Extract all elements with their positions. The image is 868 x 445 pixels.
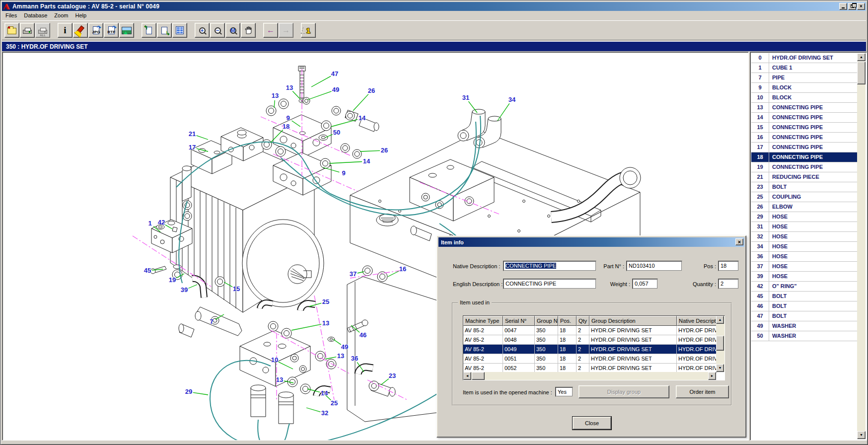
parts-list-row[interactable]: 32HOSE <box>751 232 857 242</box>
diagram-callout-46[interactable]: 46 <box>360 331 366 339</box>
diagram-callout-9[interactable]: 9 <box>342 169 345 177</box>
diagram-callout-50[interactable]: 50 <box>333 129 340 136</box>
parts-list-row[interactable]: 7PIPE <box>751 73 857 83</box>
restore-button[interactable] <box>848 3 856 10</box>
table-scroll-down-icon[interactable]: ▼ <box>716 364 724 372</box>
diagram-callout-7[interactable]: 7 <box>210 318 213 325</box>
used-in-row[interactable]: AV 85-20049350182HYDR.OF DRIVING SETHYDR… <box>463 345 724 354</box>
image-view-button[interactable] <box>119 23 134 38</box>
diagram-callout-26[interactable]: 26 <box>368 87 375 94</box>
column-header[interactable]: Qty <box>577 316 589 326</box>
diagram-callout-37[interactable]: 37 <box>350 270 357 278</box>
diagram-callout-17[interactable]: 17 <box>189 144 196 151</box>
parts-list-row[interactable]: 14CONNECTING PIPE <box>751 113 857 123</box>
print-button[interactable] <box>20 23 35 38</box>
diagram-callout-25[interactable]: 25 <box>322 298 329 305</box>
serial-one-button[interactable]: 1 <box>301 23 316 38</box>
pan-button[interactable] <box>241 23 256 38</box>
scroll-up-icon[interactable]: ▲ <box>857 53 866 61</box>
diagram-callout-13[interactable]: 13 <box>286 84 293 91</box>
column-header[interactable]: Pos. <box>558 316 577 326</box>
menu-item-database[interactable]: Database <box>20 11 51 19</box>
parts-list-row[interactable]: 19CONNECTING PIPE <box>751 162 857 172</box>
parts-list-row[interactable]: 26ELBOW <box>751 202 857 212</box>
dialog-close-icon[interactable]: × <box>735 238 743 245</box>
parts-list-row[interactable]: 17CONNECTING PIPE <box>751 143 857 152</box>
english-description-input[interactable]: CONNECTING PIPE <box>503 279 596 289</box>
diagram-callout-36[interactable]: 36 <box>351 355 358 362</box>
diagram-callout-47[interactable]: 47 <box>331 70 338 77</box>
parts-list-row[interactable]: 18CONNECTING PIPE <box>751 152 857 162</box>
diagram-callout-16[interactable]: 16 <box>399 265 406 273</box>
diagram-callout-26[interactable]: 26 <box>381 147 388 154</box>
minimize-button[interactable] <box>839 3 847 10</box>
diagram-callout-9[interactable]: 9 <box>286 114 289 122</box>
parts-list-row[interactable]: 31HOSE <box>751 222 857 232</box>
diagram-callout-19[interactable]: 19 <box>169 276 176 284</box>
used-in-row[interactable]: AV 85-20047350182HYDR.OF DRIVING SETHYDR… <box>463 326 724 335</box>
column-header[interactable]: Serial N° <box>503 316 535 326</box>
parts-list-row[interactable]: 15CONNECTING PIPE <box>751 123 857 133</box>
parts-list-row[interactable]: 46BOLT <box>751 301 857 311</box>
table-scroll-right-icon[interactable]: ► <box>708 372 716 380</box>
export-rtf-button[interactable]: ↷RTF <box>104 23 119 38</box>
parts-list-row[interactable]: 37HOSE <box>751 262 857 272</box>
diagram-callout-14[interactable]: 14 <box>321 389 328 397</box>
parts-list-row[interactable]: 36HOSE <box>751 252 857 262</box>
table-scroll-up-icon[interactable]: ▲ <box>716 316 724 324</box>
table-scroll-thumb[interactable] <box>716 336 724 351</box>
diagram-callout-1[interactable]: 1 <box>148 220 151 227</box>
parts-list-row[interactable]: 21REDUCING PIECE <box>751 172 857 182</box>
column-header[interactable]: Group Description <box>589 316 677 326</box>
zoom-in-button[interactable]: + <box>195 23 210 38</box>
weight-input[interactable]: 0,057 <box>632 279 658 289</box>
zoom-machine-button[interactable]: M <box>225 23 240 38</box>
diagram-callout-39[interactable]: 39 <box>181 286 188 294</box>
used-in-row[interactable]: AV 85-20048350182HYDR.OF DRIVING SETHYDR… <box>463 335 724 345</box>
diagram-callout-13[interactable]: 13 <box>322 319 329 327</box>
table-horizontal-scrollbar[interactable]: ◄ ► <box>463 372 716 380</box>
table-hscroll-thumb[interactable] <box>472 372 485 380</box>
parts-list-row[interactable]: 50WASHER <box>751 331 857 341</box>
used-in-row[interactable]: AV 85-20051350182HYDR.OF DRIVING SETHYDR… <box>463 354 724 364</box>
parts-list-row[interactable]: 9BLOCK <box>751 83 857 93</box>
item-info-button[interactable]: i <box>58 23 72 38</box>
diagram-callout-32[interactable]: 32 <box>321 409 328 417</box>
search-button[interactable] <box>73 23 88 38</box>
diagram-callout-25[interactable]: 25 <box>331 399 338 407</box>
parts-list-row[interactable]: 23BOLT <box>751 182 857 192</box>
parts-table-button[interactable] <box>172 23 187 38</box>
parts-list-row[interactable]: 42O" RING" <box>751 282 857 292</box>
diagram-callout-31[interactable]: 31 <box>462 94 469 101</box>
parts-list-row[interactable]: 10BLOCK <box>751 93 857 103</box>
history-back-button[interactable]: ← <box>263 23 278 38</box>
column-header[interactable]: Native Description <box>677 316 717 326</box>
parts-list-row[interactable]: 39HOSE <box>751 272 857 282</box>
order-item-button[interactable]: Order item <box>676 385 729 398</box>
parts-list-row[interactable]: 16CONNECTING PIPE <box>751 133 857 143</box>
diagram-callout-13[interactable]: 13 <box>272 92 279 99</box>
parts-list-row[interactable]: 13CONNECTING PIPE <box>751 103 857 113</box>
export-jpg-button[interactable]: ↷JPG <box>88 23 103 38</box>
diagram-callout-29[interactable]: 29 <box>185 388 192 395</box>
close-dialog-button[interactable]: Close <box>573 417 611 430</box>
pos-input[interactable]: 18 <box>718 261 739 271</box>
parts-list-row[interactable]: 45BOLT <box>751 292 857 301</box>
column-header[interactable]: Group N° <box>535 316 558 326</box>
diagram-callout-13[interactable]: 13 <box>276 376 283 383</box>
parts-list-row[interactable]: 0HYDR.OF DRIVING SET <box>751 53 857 63</box>
diagram-callout-10[interactable]: 10 <box>271 356 278 364</box>
parts-list-row[interactable]: 49WASHER <box>751 321 857 331</box>
diagram-callout-15[interactable]: 15 <box>233 285 240 293</box>
diagram-callout-18[interactable]: 18 <box>283 123 289 130</box>
parts-list-row[interactable]: 34HOSE <box>751 242 857 252</box>
open-catalogue-button[interactable] <box>4 23 19 38</box>
parts-list-row[interactable]: 47BOLT <box>751 311 857 321</box>
diagram-callout-14[interactable]: 14 <box>363 157 370 165</box>
scroll-thumb[interactable] <box>857 62 866 84</box>
zoom-out-button[interactable]: − <box>210 23 225 38</box>
diagram-callout-42[interactable]: 42 <box>158 219 165 226</box>
diagram-callout-49[interactable]: 49 <box>341 343 348 351</box>
quantity-input[interactable]: 2 <box>718 279 739 289</box>
native-description-input[interactable]: CONNECTING PIPE <box>503 261 596 271</box>
